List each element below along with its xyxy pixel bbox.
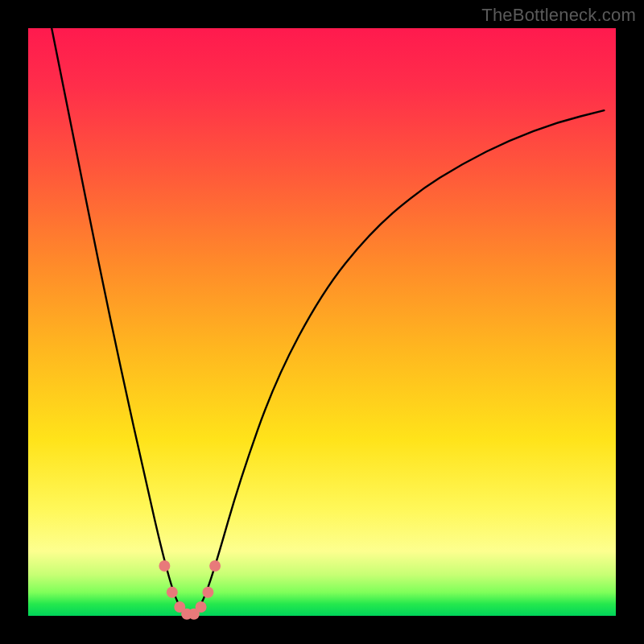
- watermark-text: TheBottleneck.com: [481, 5, 636, 26]
- valley-marker: [196, 601, 207, 613]
- plot-area: [28, 28, 616, 616]
- chart-svg: [28, 28, 616, 616]
- valley-marker: [167, 587, 178, 598]
- bottleneck-curve: [52, 28, 604, 615]
- valley-markers: [159, 560, 221, 620]
- valley-marker: [209, 560, 221, 572]
- chart-frame: TheBottleneck.com: [0, 0, 644, 644]
- valley-marker: [202, 587, 213, 598]
- valley-marker: [159, 560, 170, 572]
